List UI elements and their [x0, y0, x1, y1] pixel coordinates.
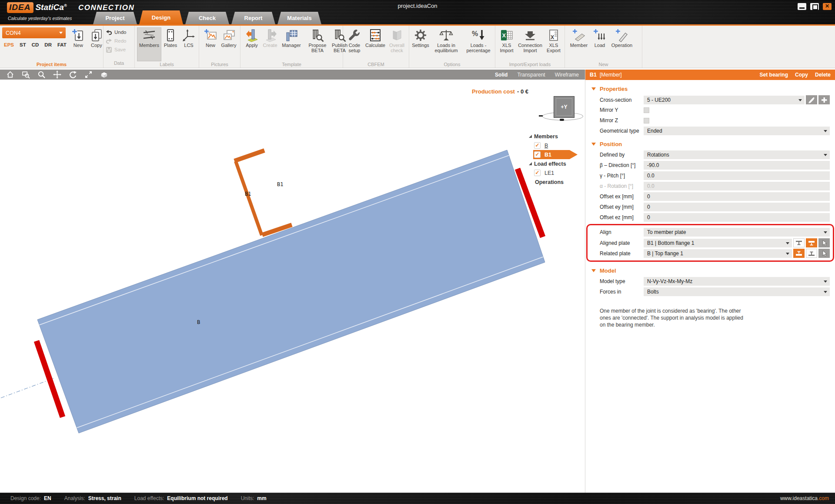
- add-cross-section-button[interactable]: [818, 95, 830, 104]
- xls-export-button[interactable]: X XLS Export: [544, 27, 563, 61]
- zoom-window-icon[interactable]: [22, 70, 30, 79]
- align-bottom-side-button-active[interactable]: [806, 238, 817, 247]
- offset-ex-input[interactable]: 0: [644, 192, 830, 201]
- navigation-cube[interactable]: +Y: [542, 96, 584, 121]
- code-setup-button[interactable]: Code setup: [345, 27, 364, 61]
- pick-related-plate-button[interactable]: [818, 249, 830, 258]
- save-button[interactable]: Save: [106, 46, 127, 53]
- connection-import-button[interactable]: Connection Import: [516, 27, 544, 61]
- plates-labels-button[interactable]: Plates: [161, 27, 180, 61]
- collapse-icon[interactable]: [529, 135, 532, 138]
- loads-percentage-button[interactable]: % Loads - percentage: [463, 27, 494, 61]
- beta-direction-input[interactable]: -90.0: [644, 161, 830, 170]
- aligned-plate-select[interactable]: B1 | Bottom flange 1: [644, 239, 792, 247]
- tree-load-effects-header[interactable]: Load effects: [528, 159, 584, 168]
- tab-project[interactable]: Project: [93, 12, 137, 24]
- mirror-y-checkbox[interactable]: [644, 107, 649, 113]
- lcs-labels-button[interactable]: LCS: [180, 27, 198, 61]
- create-template-button[interactable]: Create: [261, 27, 279, 61]
- view-mode-solid[interactable]: Solid: [495, 72, 508, 78]
- analysis-type-dr[interactable]: DR: [44, 42, 52, 47]
- offset-ez-input[interactable]: 0: [644, 213, 830, 222]
- zoom-extents-icon[interactable]: [84, 70, 93, 79]
- model-type-select[interactable]: N-Vy-Vz-Mx-My-Mz: [644, 277, 830, 286]
- section-model[interactable]: Model: [585, 267, 835, 274]
- website-link[interactable]: www.ideastatica.com: [780, 495, 829, 501]
- analysis-type-st[interactable]: ST: [20, 42, 26, 47]
- member-b1-top-flange[interactable]: [234, 150, 264, 161]
- tab-materials[interactable]: Materials: [277, 12, 321, 24]
- defined-by-select[interactable]: Rotations: [644, 150, 830, 159]
- edit-cross-section-button[interactable]: [806, 95, 817, 104]
- analysis-type-eps[interactable]: EPS: [4, 42, 14, 47]
- align-top-side-button[interactable]: [793, 238, 805, 247]
- maximize-button[interactable]: [810, 3, 819, 10]
- tree-item-b1-selected[interactable]: ✓ B1: [528, 150, 584, 159]
- checkbox-le1[interactable]: ✓: [534, 170, 541, 176]
- tree-members-header[interactable]: Members: [528, 132, 584, 141]
- overall-check-button[interactable]: Overall check: [387, 27, 407, 61]
- redo-button[interactable]: Redo: [106, 37, 127, 44]
- analysis-type-cd[interactable]: CD: [32, 42, 39, 47]
- tree-item-b[interactable]: ✓ B: [528, 141, 584, 150]
- solid-box-icon[interactable]: [100, 70, 108, 79]
- collapse-icon[interactable]: [529, 162, 532, 165]
- home-view-icon[interactable]: [6, 70, 14, 79]
- section-position[interactable]: Position: [585, 140, 835, 148]
- gallery-button[interactable]: Gallery: [220, 27, 238, 61]
- template-manager-button[interactable]: Manager: [279, 27, 304, 61]
- pan-icon[interactable]: [53, 70, 61, 79]
- new-load-button[interactable]: Load: [591, 27, 609, 61]
- tab-check[interactable]: Check: [185, 12, 229, 24]
- new-project-item-button[interactable]: New: [69, 27, 87, 61]
- xls-import-button[interactable]: X XLS Import: [498, 27, 516, 61]
- tab-report[interactable]: Report: [231, 12, 275, 24]
- view-mode-wireframe[interactable]: Wireframe: [555, 72, 579, 78]
- new-operation-button[interactable]: Operation: [609, 27, 635, 61]
- align-select[interactable]: To member plate: [644, 228, 830, 237]
- member-b1-web[interactable]: [236, 161, 262, 235]
- tree-item-le1[interactable]: ✓ LE1: [528, 168, 584, 177]
- zoom-icon[interactable]: [37, 70, 46, 79]
- view-mode-transparent[interactable]: Transparent: [517, 72, 545, 78]
- analysis-type-fat[interactable]: FAT: [57, 42, 67, 47]
- members-labels-button[interactable]: Members: [137, 27, 161, 61]
- new-picture-button[interactable]: New: [201, 27, 220, 61]
- cross-section-select[interactable]: 5 - UE200: [644, 96, 805, 104]
- related-plate-select[interactable]: B | Top flange 1: [644, 249, 792, 258]
- loads-in-equilibrium-button[interactable]: Loads in equilibrium: [430, 27, 463, 61]
- pick-aligned-plate-button[interactable]: [818, 238, 830, 247]
- member-b-solid[interactable]: [37, 150, 545, 433]
- align-top-side-button-active[interactable]: [793, 249, 805, 258]
- row-alpha-rotation: α - Rotation [°] 0.0: [585, 182, 835, 190]
- propose-beta-button[interactable]: Propose BETA: [306, 27, 329, 61]
- new-member-button[interactable]: Member: [567, 27, 591, 61]
- checkbox-b1[interactable]: ✓: [534, 151, 541, 158]
- settings-button[interactable]: Settings: [411, 27, 430, 61]
- undo-button[interactable]: Undo: [106, 29, 127, 36]
- gamma-pitch-input[interactable]: 0.0: [644, 171, 830, 180]
- mirror-z-checkbox[interactable]: [644, 118, 649, 123]
- project-item-select[interactable]: CON4: [2, 27, 66, 38]
- viewport-3d[interactable]: B1 B1 B Production cost- 0 € +Y Members …: [0, 80, 585, 493]
- navigation-cube-face[interactable]: +Y: [554, 96, 574, 118]
- delete-member-button[interactable]: Delete: [815, 72, 831, 78]
- geometrical-type-select[interactable]: Ended: [644, 127, 830, 135]
- minimize-button[interactable]: [798, 3, 806, 10]
- section-properties[interactable]: Properties: [585, 85, 835, 93]
- calculate-button[interactable]: Calculate: [364, 27, 387, 61]
- close-button[interactable]: ✕: [823, 3, 832, 10]
- copy-project-item-button[interactable]: Copy: [87, 27, 106, 61]
- forces-in-select[interactable]: Bolts: [644, 287, 830, 296]
- analysis-type-row: EPSSTCDDRFAT: [2, 42, 67, 47]
- checkbox-b[interactable]: ✓: [534, 142, 541, 149]
- offset-ey-input[interactable]: 0: [644, 203, 830, 211]
- set-bearing-button[interactable]: Set bearing: [760, 72, 788, 78]
- align-bottom-side-button[interactable]: [806, 249, 817, 258]
- rotate-view-icon[interactable]: [69, 70, 77, 79]
- copy-member-button[interactable]: Copy: [795, 72, 808, 78]
- apply-template-button[interactable]: Apply: [243, 27, 261, 61]
- add-load-icon: [593, 28, 607, 42]
- tree-operations-header[interactable]: Operations: [528, 177, 584, 187]
- tab-design[interactable]: Design: [139, 10, 183, 24]
